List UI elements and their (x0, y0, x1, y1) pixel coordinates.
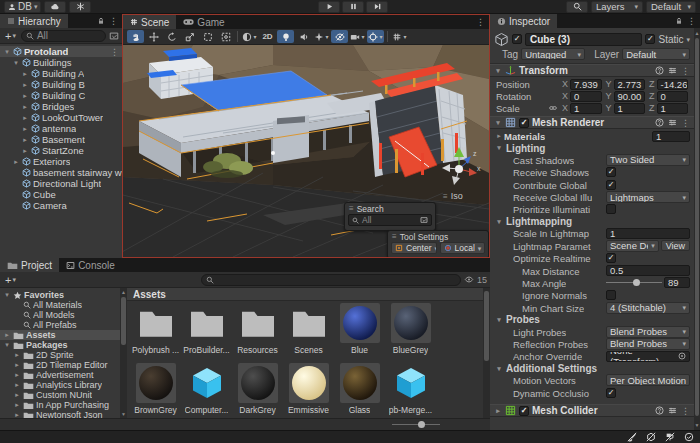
axis-y-field[interactable]: 2.773 (614, 79, 645, 90)
scene-search-input[interactable]: All (348, 214, 432, 226)
project-tree-item[interactable]: ▸Custom NUnit (0, 390, 120, 400)
property-checkbox[interactable] (606, 290, 616, 300)
lock-icon[interactable] (675, 17, 683, 25)
layout-dropdown[interactable]: Default ▾ (646, 1, 696, 13)
property-group-header[interactable]: ▾Probes (490, 314, 694, 326)
project-tree-item[interactable]: ▸Analytics Library (0, 380, 120, 390)
tab-project[interactable]: Project (0, 258, 59, 272)
project-tree-item[interactable]: All Prefabs (0, 320, 120, 330)
foldout-arrow-icon[interactable]: ▸ (13, 361, 21, 369)
hierarchy-item[interactable]: ▸Building B (0, 79, 122, 90)
project-tree-item[interactable]: ▸Newtonsoft Json (0, 410, 120, 418)
hierarchy-item[interactable]: ▾Protoland⋮ (0, 46, 122, 57)
rect-tool-button[interactable] (199, 30, 216, 43)
scrollbar-thumb[interactable] (695, 38, 699, 416)
value-dropdown[interactable]: Scene Default Para▾ (606, 240, 659, 252)
rotate-tool-button[interactable] (163, 30, 180, 43)
hierarchy-item[interactable]: ▸Building A (0, 68, 122, 79)
foldout-arrow-icon[interactable]: ▾ (495, 316, 503, 324)
preset-icon[interactable] (668, 66, 677, 75)
project-tree-item[interactable]: ▾Favorites (0, 290, 120, 300)
axis-y-field[interactable]: 1 (614, 103, 645, 114)
hand-tool-button[interactable] (127, 30, 144, 43)
object-name-field[interactable]: Cube (3) (525, 33, 642, 46)
objpick-icon[interactable] (678, 352, 686, 360)
create-button[interactable]: +▾ (3, 30, 18, 42)
property-checkbox[interactable]: ✓ (606, 167, 616, 177)
foldout-arrow-icon[interactable]: ▸ (21, 103, 29, 111)
static-checkbox[interactable]: ✓ (645, 34, 655, 44)
asset-tile[interactable]: Resources (233, 303, 282, 359)
pause-button[interactable] (342, 1, 364, 13)
progress-check-icon[interactable] (684, 432, 694, 442)
foldout-arrow-icon[interactable]: ▾ (3, 341, 11, 349)
hierarchy-item[interactable]: ▾Buildings (0, 57, 122, 68)
account-button[interactable]: DB ▾ (4, 1, 41, 13)
property-group-header[interactable]: ▾Lightmapping (490, 216, 694, 228)
asset-tile[interactable]: ProBuilder... (182, 303, 231, 359)
slider-thumb[interactable] (633, 279, 640, 286)
property-checkbox[interactable]: ✓ (606, 180, 616, 190)
preset-icon[interactable] (668, 118, 677, 127)
value-field[interactable]: 0.5 (606, 265, 690, 276)
project-tree-item[interactable]: ▾Packages (0, 340, 120, 350)
hierarchy-item[interactable]: Directional Light (0, 178, 122, 189)
foldout-arrow-icon[interactable]: ▸ (21, 92, 29, 100)
lock-icon[interactable] (97, 17, 105, 25)
asset-tile[interactable]: Glass (335, 363, 384, 418)
scene-viewport[interactable]: y z x ≡ Iso ≡ Search All ≡ Tool Settings (123, 45, 489, 257)
foldout-arrow-icon[interactable]: ▾ (495, 365, 503, 373)
foldout-arrow-icon[interactable]: ▾ (12, 59, 20, 67)
view-button[interactable]: View (661, 240, 690, 251)
asset-tile[interactable]: pb-Merge... (386, 363, 435, 418)
kebab-menu-icon[interactable]: ⋮ (681, 406, 690, 416)
kebab-menu-icon[interactable]: ⋮ (476, 17, 485, 27)
audio-tool-button[interactable] (295, 30, 312, 43)
foldout-arrow-icon[interactable]: ▾ (495, 144, 503, 152)
kebab-menu-icon[interactable]: ⋮ (109, 16, 118, 26)
hierarchy-search-input[interactable]: All (21, 30, 106, 42)
property-group-header[interactable]: ▾Additional Settings (490, 363, 694, 375)
foldout-arrow-icon[interactable]: ▸ (21, 136, 29, 144)
gizmos-tool-button[interactable]: ▾ (367, 30, 384, 43)
value-dropdown[interactable]: Two Sided▾ (606, 154, 690, 166)
scroll-up-icon[interactable]: ▲ (694, 30, 700, 36)
foldout-arrow-icon[interactable]: ▸ (13, 401, 21, 409)
help-icon[interactable] (655, 66, 664, 75)
help-icon[interactable] (655, 406, 664, 415)
value-field[interactable]: 1 (606, 228, 690, 239)
project-tree-item[interactable]: ▸Advertisement (0, 370, 120, 380)
hierarchy-item[interactable]: Cube (0, 189, 122, 200)
hierarchy-item[interactable]: basement stairway w (0, 167, 122, 178)
axis-z-field[interactable]: 1 (657, 103, 688, 114)
asset-tile[interactable]: Polybrush ... (131, 303, 180, 359)
scrollbar-thumb[interactable] (484, 291, 489, 361)
asset-grid-scrollbar[interactable] (483, 288, 490, 418)
axis-z-field[interactable]: -14.26 (657, 79, 688, 90)
property-group-header[interactable]: ▾Lighting (490, 142, 694, 154)
axis-y-field[interactable]: 90.00 (614, 91, 645, 102)
step-button[interactable] (366, 1, 388, 13)
axis-x-field[interactable]: 7.939 (570, 79, 601, 90)
brush-disabled-icon[interactable] (627, 432, 637, 442)
help-icon[interactable] (655, 118, 664, 127)
project-search-input[interactable] (201, 274, 461, 286)
search-button[interactable] (566, 1, 588, 13)
foldout-arrow-icon[interactable]: ▸ (21, 147, 29, 155)
preset-icon[interactable] (668, 406, 677, 415)
foldout-arrow-icon[interactable]: ▸ (13, 351, 21, 359)
hierarchy-item[interactable]: ▸Building C (0, 90, 122, 101)
project-tree-item[interactable]: All Models (0, 310, 120, 320)
hierarchy-item[interactable]: ▸antenna (0, 123, 122, 134)
object-field[interactable]: None (Transform) (606, 351, 690, 362)
foldout-arrow-icon[interactable]: ▾ (494, 119, 502, 127)
axis-x-field[interactable]: 0 (570, 91, 601, 102)
cube-disabled-icon[interactable] (646, 432, 656, 442)
foldout-arrow-icon[interactable]: ▸ (494, 407, 502, 415)
project-tree-item[interactable]: ▸In App Purchasing (0, 400, 120, 410)
hierarchy-item[interactable]: ▸StartZone (0, 145, 122, 156)
kebab-menu-icon[interactable]: ⋮ (687, 16, 696, 26)
value-dropdown[interactable]: 4 (Stitchable)▾ (606, 302, 690, 314)
component-enabled-checkbox[interactable]: ✓ (519, 406, 529, 416)
assets-breadcrumb[interactable]: Assets (127, 288, 483, 301)
